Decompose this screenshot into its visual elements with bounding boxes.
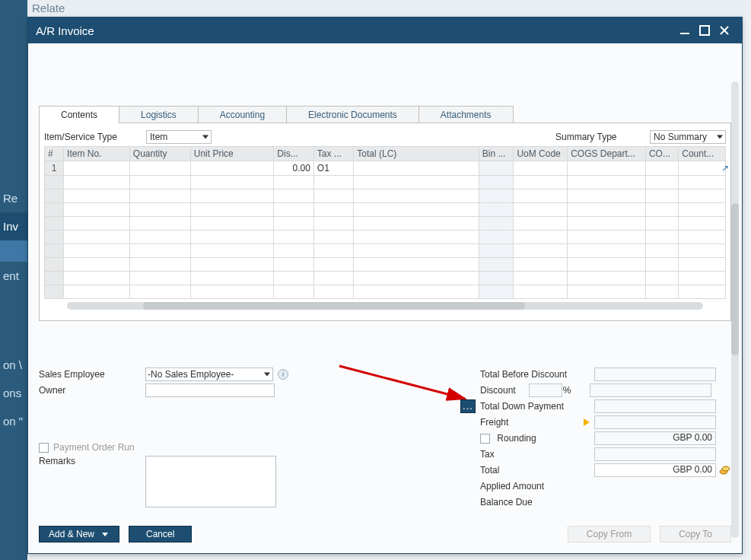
table-row[interactable]	[45, 189, 726, 203]
cell-tax[interactable]	[313, 272, 354, 285]
cell-uom[interactable]	[514, 231, 568, 244]
table-row[interactable]: 10.00O1	[45, 161, 726, 176]
cell-num[interactable]	[45, 285, 64, 299]
maximize-button[interactable]	[695, 21, 714, 40]
cell-quantity[interactable]	[129, 231, 190, 244]
cell-co[interactable]	[645, 217, 678, 231]
cell-tax[interactable]	[313, 217, 354, 231]
col-unit-price[interactable]: Unit Price	[190, 147, 274, 161]
cell-item_no[interactable]	[64, 258, 130, 272]
add-new-button[interactable]: Add & New	[39, 526, 119, 542]
cell-unit_price[interactable]	[190, 272, 274, 285]
cell-tax[interactable]	[313, 203, 354, 217]
cell-count[interactable]	[679, 189, 726, 203]
cell-uom[interactable]	[514, 244, 568, 258]
table-row[interactable]	[45, 231, 726, 244]
owner-input[interactable]	[145, 383, 275, 397]
col-quantity[interactable]: Quantity	[129, 147, 190, 161]
cell-co[interactable]	[645, 189, 678, 203]
item-service-type-select[interactable]: Item	[146, 130, 212, 144]
table-row[interactable]	[45, 272, 726, 285]
total-coins-icon[interactable]	[719, 464, 731, 476]
cell-bin[interactable]	[479, 244, 514, 258]
cell-co[interactable]	[645, 161, 678, 176]
cell-tax[interactable]	[313, 258, 354, 272]
cell-tax[interactable]	[313, 231, 354, 244]
cell-unit_price[interactable]	[190, 161, 274, 176]
cell-cogs[interactable]	[568, 272, 646, 285]
cell-quantity[interactable]	[129, 161, 190, 176]
cell-count[interactable]	[679, 272, 726, 285]
tab-electronic-documents[interactable]: Electronic Documents	[286, 106, 419, 123]
col-bin[interactable]: Bin ...	[479, 147, 514, 161]
cell-unit_price[interactable]	[190, 217, 274, 231]
cell-bin[interactable]	[479, 161, 514, 176]
cell-co[interactable]	[645, 231, 678, 244]
table-row[interactable]	[45, 217, 726, 231]
grid-horizontal-scrollbar[interactable]	[67, 302, 703, 310]
cell-item_no[interactable]	[64, 161, 130, 176]
col-cogs[interactable]: COGS Depart...	[568, 147, 646, 161]
copy-to-button[interactable]: Copy To	[660, 526, 731, 542]
cell-cogs[interactable]	[568, 161, 646, 176]
cell-discount[interactable]	[274, 176, 314, 189]
cell-total[interactable]	[354, 258, 479, 272]
cell-item_no[interactable]	[64, 203, 130, 217]
cell-cogs[interactable]	[568, 285, 646, 299]
cell-discount[interactable]	[274, 231, 314, 244]
cell-bin[interactable]	[479, 231, 514, 244]
minimize-button[interactable]	[675, 21, 695, 40]
cell-count[interactable]	[679, 285, 726, 299]
cancel-button[interactable]: Cancel	[129, 526, 192, 542]
cell-quantity[interactable]	[129, 258, 190, 272]
cell-bin[interactable]	[479, 203, 514, 217]
col-uom[interactable]: UoM Code	[514, 147, 568, 161]
cell-uom[interactable]	[514, 285, 568, 299]
cell-discount[interactable]	[274, 285, 314, 299]
table-row[interactable]	[45, 176, 726, 189]
col-total-lc[interactable]: Total (LC)	[354, 147, 479, 161]
cell-uom[interactable]	[514, 189, 568, 203]
cell-item_no[interactable]	[64, 189, 130, 203]
tab-contents[interactable]: Contents	[39, 106, 119, 123]
cell-quantity[interactable]	[129, 189, 190, 203]
col-tax[interactable]: Tax ...	[313, 147, 354, 161]
cell-num[interactable]	[45, 203, 64, 217]
cell-num[interactable]	[45, 258, 64, 272]
cell-uom[interactable]	[514, 176, 568, 189]
line-items-grid[interactable]: # Item No. Quantity Unit Price Dis... Ta…	[44, 146, 726, 299]
cell-unit_price[interactable]	[190, 176, 274, 189]
cell-bin[interactable]	[479, 272, 514, 285]
summary-type-select[interactable]: No Summary	[650, 130, 726, 144]
cell-cogs[interactable]	[568, 258, 646, 272]
cell-co[interactable]	[645, 285, 678, 299]
cell-bin[interactable]	[479, 176, 514, 189]
cell-bin[interactable]	[479, 217, 514, 231]
table-row[interactable]	[45, 285, 726, 299]
tab-accounting[interactable]: Accounting	[198, 106, 287, 123]
cell-discount[interactable]: 0.00	[274, 161, 314, 176]
cell-num[interactable]	[45, 244, 64, 258]
sales-employee-select[interactable]: -No Sales Employee-	[145, 368, 273, 381]
cell-total[interactable]	[354, 189, 479, 203]
table-row[interactable]	[45, 244, 726, 258]
cell-count[interactable]	[679, 176, 726, 189]
cell-count[interactable]	[679, 244, 726, 258]
table-row[interactable]	[45, 258, 726, 272]
col-co[interactable]: CO...	[645, 147, 678, 161]
cell-unit_price[interactable]	[190, 203, 274, 217]
freight-link-icon[interactable]	[584, 418, 590, 426]
cell-count[interactable]	[679, 203, 726, 217]
cell-item_no[interactable]	[64, 244, 130, 258]
discount-pct-input[interactable]	[529, 383, 562, 397]
cell-tax[interactable]	[313, 244, 354, 258]
cell-discount[interactable]	[274, 189, 314, 203]
cell-total[interactable]	[354, 217, 479, 231]
col-count[interactable]: Count...	[679, 147, 726, 161]
cell-tax[interactable]	[313, 285, 354, 299]
cell-discount[interactable]	[274, 258, 314, 272]
cell-unit_price[interactable]	[190, 244, 274, 258]
payment-order-run-checkbox[interactable]	[39, 443, 49, 453]
cell-total[interactable]	[354, 176, 479, 189]
copy-from-button[interactable]: Copy From	[568, 526, 651, 542]
